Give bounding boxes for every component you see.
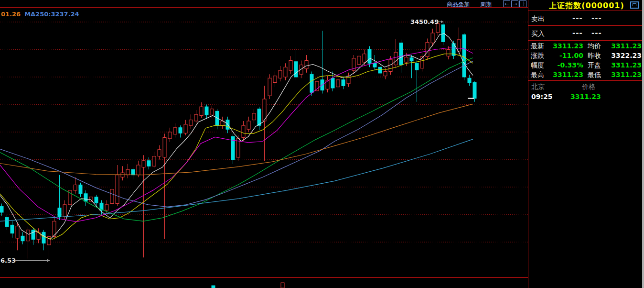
candle-body xyxy=(63,205,66,217)
candle-body xyxy=(11,225,14,233)
candle-body xyxy=(179,128,182,133)
candle-body xyxy=(184,124,187,133)
candle-body xyxy=(294,62,298,77)
candle-body xyxy=(21,236,24,241)
candle-body xyxy=(126,169,129,175)
candle-body xyxy=(137,165,140,175)
ma250-label: MA250:3237.24 xyxy=(24,11,79,18)
sell-volume-placeholder: --- xyxy=(591,14,602,22)
candle-body xyxy=(426,43,429,57)
candle-body xyxy=(305,61,308,69)
prev-close-label: 昨收 xyxy=(588,52,601,60)
buy-price-placeholder: --- xyxy=(572,29,583,37)
open-value: 3311.23 xyxy=(605,61,642,69)
period-link[interactable]: 周期 xyxy=(480,0,492,9)
kline-chart[interactable]: 3450.496.53 xyxy=(0,0,528,288)
candle-body xyxy=(158,150,161,156)
open-label: 开盘 xyxy=(588,61,601,70)
candle-body xyxy=(289,61,292,71)
ma120-label: 01.26 xyxy=(1,11,21,18)
quote-panel: 上证指数(000001) 卖出 --- --- 买入 --- --- 最新 33… xyxy=(528,0,644,288)
latest-value: 3311.23 xyxy=(547,42,583,50)
candle-body xyxy=(394,52,397,65)
candle-body xyxy=(84,194,87,201)
tick-time-header: 北京 xyxy=(531,83,545,91)
candle-body xyxy=(79,185,82,193)
candle-body xyxy=(268,78,271,96)
trading-terminal: 3450.496.53 商品叠加 周期 ← → 01.26MA250:3237.… xyxy=(0,0,644,288)
candle-body xyxy=(5,217,9,227)
candle-body xyxy=(142,161,145,167)
candle-body xyxy=(405,57,408,62)
quote-row-change: 涨跌 -11.00 昨收 3322.23 xyxy=(528,51,643,61)
candle-body xyxy=(462,34,466,77)
overlay-link[interactable]: 商品叠加 xyxy=(447,0,470,9)
candle-body xyxy=(74,185,77,190)
candle-body xyxy=(326,80,329,89)
buy-volume-placeholder: --- xyxy=(591,29,602,37)
candle-body xyxy=(89,197,93,201)
candle-body xyxy=(252,113,256,120)
instrument-title: 上证指数(000001) xyxy=(544,1,630,11)
tick-price-header: 价格 xyxy=(582,83,595,91)
candle-body xyxy=(410,58,413,61)
quote-row-percent: 幅度 -0.33% 开盘 3311.23 xyxy=(528,61,643,70)
volume-bar xyxy=(212,286,215,288)
candle-body xyxy=(194,114,198,121)
scroll-left-icon[interactable]: ← xyxy=(503,0,510,7)
candle-body xyxy=(16,226,19,238)
change-value: -11.00 xyxy=(547,52,583,59)
percent-value: -0.33% xyxy=(547,61,583,69)
candle-body xyxy=(300,65,303,75)
high-label: 最高 xyxy=(531,71,544,79)
quote-panel-title-bar: 上证指数(000001) xyxy=(528,0,643,11)
avg-price-value: 3311.23 xyxy=(605,42,642,50)
candle-body xyxy=(247,121,250,129)
candle-body xyxy=(457,40,461,51)
prev-close-value: 3322.23 xyxy=(605,52,642,59)
maximize-icon[interactable] xyxy=(630,1,639,9)
low-value: 3311.23 xyxy=(605,71,642,78)
candle-body xyxy=(279,70,282,78)
candle-body xyxy=(205,107,208,115)
quote-row-high-low: 最高 3311.23 最低 3311.23 xyxy=(528,70,643,80)
candle-body xyxy=(242,125,245,137)
candle-body xyxy=(173,128,177,134)
candle-body xyxy=(284,67,287,77)
high-annotation: 3450.49 xyxy=(410,18,439,25)
split-view-icon[interactable] xyxy=(519,0,526,7)
candle-body xyxy=(373,63,376,67)
candle-body xyxy=(32,230,35,240)
candle-body xyxy=(26,230,30,241)
candle-body xyxy=(378,67,382,73)
avg-price-label: 均价 xyxy=(588,42,601,51)
buy-label: 买入 xyxy=(531,30,545,38)
candle-body xyxy=(315,81,319,91)
candle-body xyxy=(131,169,135,175)
latest-label: 最新 xyxy=(531,42,544,51)
candle-body xyxy=(58,208,61,217)
candle-body xyxy=(0,206,3,212)
tick-time-value: 09:25 xyxy=(531,93,553,100)
candle-body xyxy=(368,50,371,64)
low-arrow-head xyxy=(47,259,50,262)
window-edge-strip xyxy=(642,0,644,288)
candle-body xyxy=(363,54,366,62)
tick-row: 09:25 3311.23 xyxy=(528,93,643,101)
high-value: 3311.23 xyxy=(547,71,583,78)
sell-price-placeholder: --- xyxy=(572,14,583,22)
candle-body xyxy=(331,78,334,88)
candle-body xyxy=(431,33,434,43)
kline-chart-area[interactable]: 3450.496.53 商品叠加 周期 ← → 01.26MA250:3237.… xyxy=(0,0,528,288)
candle-body xyxy=(473,83,476,99)
candle-body xyxy=(200,107,203,115)
candle-body xyxy=(342,80,345,86)
buy-quote-row: 买入 --- --- xyxy=(528,26,643,41)
scroll-right-icon[interactable]: → xyxy=(511,0,518,7)
ma-line-ma60 xyxy=(0,61,473,207)
candle-body xyxy=(168,132,172,139)
candle-body xyxy=(415,63,419,70)
candle-body xyxy=(399,43,403,65)
percent-label: 幅度 xyxy=(531,61,544,70)
candle-body xyxy=(273,76,277,83)
